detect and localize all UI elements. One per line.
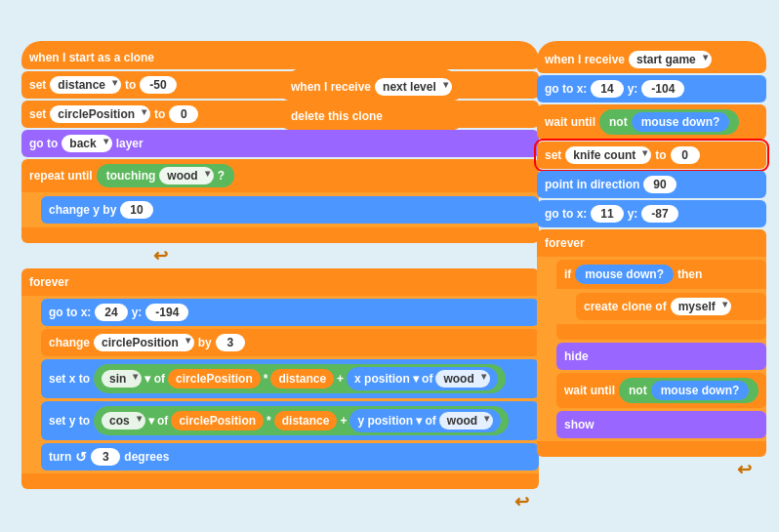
myself-dropdown[interactable]: myself — [671, 298, 731, 315]
goto-layer-block: go to back layer — [21, 130, 539, 157]
set-knifecount-block: set knife count to 0 — [537, 142, 766, 169]
circle-value: 0 — [169, 105, 198, 123]
forever-arrow2: ↩ — [537, 459, 761, 480]
hide-block: hide — [556, 343, 766, 370]
not-mousedown-condition: not mouse down? — [599, 109, 739, 135]
goto-xy3-block: go to x: 11 y: -87 — [537, 200, 766, 227]
change-y-value: 10 — [120, 201, 152, 219]
change-by-value: 3 — [216, 334, 245, 351]
hat-label: when I start as a clone — [29, 51, 154, 64]
change-circle-dropdown[interactable]: circlePosition — [94, 334, 194, 351]
show-label: show — [564, 418, 594, 431]
distance-reporter2: distance — [274, 411, 338, 430]
circle-dropdown[interactable]: circlePosition — [50, 105, 150, 123]
forever-label2: forever — [545, 236, 585, 250]
turn-block: turn ↺ 3 degrees — [41, 443, 539, 471]
distance-value: -50 — [140, 76, 176, 94]
wait-until2-block: wait until not mouse down? — [556, 373, 766, 408]
wood-dropdown[interactable]: wood — [159, 167, 213, 184]
knifecount-value: 0 — [671, 146, 700, 164]
point-direction-block: point in direction 90 — [537, 171, 766, 198]
distance-reporter1: distance — [270, 369, 334, 389]
show-block: show — [556, 411, 766, 438]
circle-pos-reporter1: circlePosition — [168, 369, 261, 389]
cos-dropdown[interactable]: cos — [102, 412, 145, 430]
change-y-block: change y by 10 — [41, 196, 539, 224]
set-x-block: set x to sin ▾ of circlePosition * dista… — [41, 359, 539, 398]
forever-label: forever — [29, 275, 69, 289]
set-distance-block: set distance to -50 — [21, 71, 539, 99]
hide-label: hide — [564, 349, 589, 363]
change-circle-block: change circlePosition by 3 — [41, 329, 539, 356]
startgame-dropdown[interactable]: start game — [629, 51, 712, 68]
goto-x3: 11 — [591, 205, 623, 223]
turn-icon: ↺ — [75, 449, 87, 465]
layer-dropdown[interactable]: back — [62, 135, 111, 152]
distance-dropdown[interactable]: distance — [50, 76, 121, 94]
goto-xy2-block: go to x: 14 y: -104 — [537, 75, 766, 102]
repeat-arrow: ↩ — [21, 245, 178, 266]
delete-clone-block: delete this clone — [283, 102, 460, 130]
forever-arrow: ↩ — [21, 491, 539, 512]
wait-until-block: wait until not mouse down? — [537, 104, 766, 140]
mousedown-inner: mouse down? — [632, 112, 730, 132]
hat-block-clone: when I start as a clone — [21, 41, 539, 69]
cos-reporter: cos ▾ of circlePosition * distance + y p… — [94, 406, 509, 435]
wood-y-dropdown[interactable]: wood — [439, 412, 493, 430]
sin-dropdown[interactable]: sin — [102, 370, 142, 388]
turn-degrees: 3 — [91, 448, 120, 466]
receive-nextlevel-hat: when I receive next level — [283, 68, 460, 101]
set-y-block: set y to cos ▾ of circlePosition * dista… — [41, 401, 539, 440]
direction-value: 90 — [643, 176, 676, 193]
if-block: if mouse down? then create clone of myse… — [556, 260, 766, 340]
goto-y: -194 — [145, 304, 188, 321]
touching-condition: touching wood ? — [97, 164, 234, 187]
goto-x2: 14 — [591, 80, 623, 98]
delete-label: delete this clone — [291, 109, 383, 123]
circle-pos-reporter2: circlePosition — [171, 411, 264, 430]
goto-xy-block: go to x: 24 y: -194 — [41, 299, 539, 326]
not-mousedown2-condition: not mouse down? — [619, 378, 758, 403]
xposition-reporter: x position ▾ of wood — [347, 367, 498, 390]
sin-reporter: sin ▾ of circlePosition * distance + x p… — [94, 364, 506, 393]
goto-x: 24 — [95, 304, 127, 321]
set-circle-block: set circlePosition to 0 — [21, 101, 539, 128]
mousedown2-inner: mouse down? — [651, 381, 750, 400]
receive-startgame-hat: when I receive start game — [537, 41, 766, 73]
forever-block: forever go to x: 24 y: -194 change circl… — [21, 268, 539, 489]
yposition-reporter: y position ▾ of wood — [349, 409, 501, 432]
goto-y2: -104 — [641, 80, 684, 98]
wood-x-dropdown[interactable]: wood — [435, 370, 489, 388]
goto-y3: -87 — [641, 205, 677, 223]
if-mousedown-condition: mouse down? — [575, 265, 674, 284]
create-clone-block: create clone of myself — [576, 293, 766, 320]
knifecount-dropdown[interactable]: knife count — [565, 146, 651, 164]
forever-block2: forever if mouse down? then cr — [537, 229, 766, 457]
nextlevel-dropdown[interactable]: next level — [375, 78, 452, 96]
repeat-until-block: repeat until touching wood ? change y by… — [21, 159, 539, 243]
